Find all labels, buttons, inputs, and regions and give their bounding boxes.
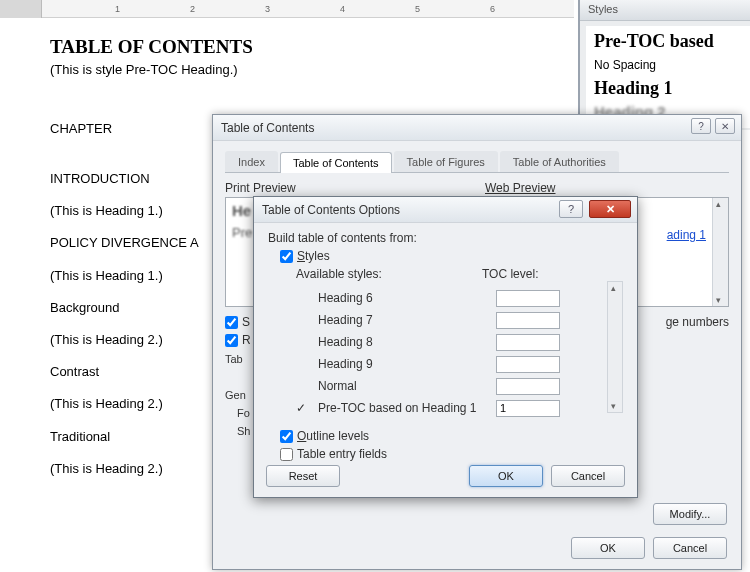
- style-row: Heading 7: [296, 309, 616, 331]
- ruler-tick: 4: [340, 0, 345, 17]
- style-row: Heading 8: [296, 331, 616, 353]
- style-item-pretoc[interactable]: Pre-TOC based: [594, 31, 742, 52]
- toc-options-title: Table of Contents Options: [262, 203, 400, 217]
- style-item-nospacing[interactable]: No Spacing: [594, 58, 742, 72]
- ok-button[interactable]: OK: [469, 465, 543, 487]
- style-row-name: Heading 6: [318, 291, 496, 305]
- close-icon[interactable]: ✕: [715, 118, 735, 134]
- doc-title: TABLE OF CONTENTS: [50, 36, 570, 58]
- tab-toc[interactable]: Table of Contents: [280, 152, 392, 173]
- reset-button[interactable]: Reset: [266, 465, 340, 487]
- toc-level-label: TOC level:: [482, 267, 538, 281]
- checkbox-b[interactable]: [225, 334, 238, 347]
- modify-button[interactable]: Modify...: [653, 503, 727, 525]
- build-from-label: Build table of contents from:: [268, 231, 623, 245]
- style-item-heading1[interactable]: Heading 1: [594, 78, 742, 99]
- web-preview-link[interactable]: ading 1: [667, 228, 706, 242]
- styles-checkbox[interactable]: [280, 250, 293, 263]
- style-row: ✓Pre-TOC based on Heading 1: [296, 397, 616, 419]
- ruler-tick: 1: [115, 0, 120, 17]
- style-row: Heading 6: [296, 287, 616, 309]
- toc-level-input[interactable]: [496, 356, 560, 373]
- style-row-name: Heading 7: [318, 313, 496, 327]
- style-row: Normal: [296, 375, 616, 397]
- outline-levels-label: Outline levels: [297, 429, 369, 443]
- toc-level-input[interactable]: [496, 290, 560, 307]
- styles-pane: Styles Pre-TOC based No Spacing Heading …: [578, 0, 750, 130]
- styles-scrollbar[interactable]: [607, 281, 623, 413]
- tab-index[interactable]: Index: [225, 151, 278, 172]
- toc-options-dialog: Table of Contents Options ? ✕ Build tabl…: [253, 196, 638, 498]
- toc-level-input[interactable]: [496, 378, 560, 395]
- web-preview-label: Web Preview: [485, 181, 729, 195]
- ruler-tick: 2: [190, 0, 195, 17]
- tab-authorities[interactable]: Table of Authorities: [500, 151, 619, 172]
- checkbox-a[interactable]: [225, 316, 238, 329]
- outline-levels-checkbox[interactable]: [280, 430, 293, 443]
- ruler-tick: 5: [415, 0, 420, 17]
- checkbox-b-label: R: [242, 333, 251, 347]
- cancel-button[interactable]: Cancel: [551, 465, 625, 487]
- pagenumbers-trunc: ge numbers: [666, 315, 729, 329]
- cancel-button[interactable]: Cancel: [653, 537, 727, 559]
- style-row: Heading 9: [296, 353, 616, 375]
- style-row-name: Heading 8: [318, 335, 496, 349]
- checkbox-a-label: S: [242, 315, 250, 329]
- ok-button[interactable]: OK: [571, 537, 645, 559]
- style-row-name: Normal: [318, 379, 496, 393]
- available-styles-label: Available styles:: [296, 267, 482, 281]
- help-icon[interactable]: ?: [559, 200, 583, 218]
- toc-tabs: Index Table of Contents Table of Figures…: [225, 151, 729, 173]
- style-row-name: Pre-TOC based on Heading 1: [318, 401, 496, 415]
- style-row-name: Heading 9: [318, 357, 496, 371]
- styles-checkbox-label: SStylestyles: [297, 249, 330, 263]
- tab-figures[interactable]: Table of Figures: [394, 151, 498, 172]
- ruler-tick: 3: [265, 0, 270, 17]
- table-entry-label: Table entry fields: [297, 447, 387, 461]
- doc-subtitle: (This is style Pre-TOC Heading.): [50, 62, 570, 77]
- toc-options-titlebar[interactable]: Table of Contents Options ? ✕: [254, 197, 637, 223]
- scrollbar[interactable]: [712, 198, 728, 306]
- table-entry-checkbox[interactable]: [280, 448, 293, 461]
- help-icon[interactable]: ?: [691, 118, 711, 134]
- toc-level-input[interactable]: [496, 312, 560, 329]
- ruler-tick: 6: [490, 0, 495, 17]
- toc-level-input[interactable]: [496, 400, 560, 417]
- ruler-margin: [0, 0, 42, 18]
- ruler: 1 2 3 4 5 6: [0, 0, 574, 18]
- close-icon[interactable]: ✕: [589, 200, 631, 218]
- toc-dialog-titlebar[interactable]: Table of Contents ? ✕: [213, 115, 741, 141]
- print-preview-label: Print Preview: [225, 181, 469, 195]
- style-row-check: ✓: [296, 401, 318, 415]
- toc-level-input[interactable]: [496, 334, 560, 351]
- styles-pane-header: Styles: [580, 0, 750, 21]
- toc-dialog-title: Table of Contents: [221, 121, 314, 135]
